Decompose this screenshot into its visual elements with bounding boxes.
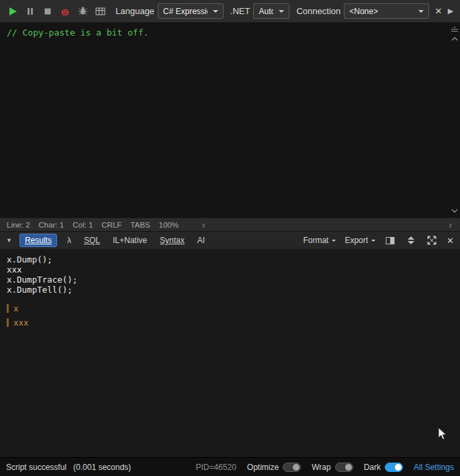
status-zoom-level[interactable]: 100% xyxy=(159,221,179,229)
code-editor-text-area[interactable]: // Copy-paste is a bit off. xyxy=(0,23,449,218)
dark-mode-toggle[interactable] xyxy=(385,463,403,472)
status-line-indicator: Line: 2 xyxy=(7,221,30,229)
code-comment-line: // Copy-paste is a bit off. xyxy=(7,28,443,38)
dotnet-value: Auto xyxy=(259,7,273,16)
stop-button[interactable] xyxy=(39,3,56,20)
chevron-down-icon xyxy=(279,10,284,13)
close-query-button[interactable]: ✕ xyxy=(432,4,445,19)
toolbar-overflow-button[interactable]: ▶ xyxy=(445,4,456,19)
play-icon xyxy=(8,7,17,16)
split-view-button[interactable] xyxy=(384,234,396,246)
optimize-label: Optimize xyxy=(247,463,279,472)
splitter-grip-icon[interactable] xyxy=(450,25,459,34)
format-dropdown[interactable]: Format xyxy=(303,236,336,245)
output-line: x.DumpTrace(); xyxy=(7,275,460,285)
dump-item: x xyxy=(7,303,460,314)
dump-bar xyxy=(7,304,9,313)
ladybug-icon xyxy=(60,6,71,17)
format-label: Format xyxy=(303,236,328,245)
dotnet-label: .NET xyxy=(230,6,250,16)
output-line: x.DumpTell(); xyxy=(7,285,460,295)
script-status-message: Script successful xyxy=(6,463,66,472)
script-duration: (0.001 seconds) xyxy=(73,463,131,472)
connection-label: Connection xyxy=(296,6,340,16)
status-char-indicator: Char: 1 xyxy=(39,221,64,229)
status-eol-mode[interactable]: CRLF xyxy=(101,221,122,229)
connection-dropdown[interactable]: <None> xyxy=(344,3,429,19)
pause-button[interactable] xyxy=(21,3,39,20)
dark-label: Dark xyxy=(364,463,381,472)
editor-vertical-scrollbar[interactable] xyxy=(449,23,460,218)
tab-lambda[interactable]: λ xyxy=(64,234,74,247)
expand-arrows-icon xyxy=(427,236,436,245)
code-editor: // Copy-paste is a bit off. xyxy=(0,23,460,218)
dump-item: xxx xyxy=(7,318,460,328)
dark-toggle-group: Dark xyxy=(364,463,403,472)
scroll-down-arrow-icon[interactable] xyxy=(450,206,459,216)
toggle-knob xyxy=(345,464,352,471)
grid-icon xyxy=(95,7,105,16)
dump-item-text: xxx xyxy=(13,318,29,328)
wrap-toggle-group: Wrap xyxy=(312,463,353,472)
bug-icon xyxy=(78,6,88,16)
dotnet-dropdown[interactable]: Auto xyxy=(253,3,289,19)
up-down-arrows-icon xyxy=(407,236,415,245)
tab-sql[interactable]: SQL xyxy=(81,234,103,247)
run-button[interactable] xyxy=(4,3,21,20)
dump-bar xyxy=(7,318,9,327)
wrap-label: Wrap xyxy=(312,463,330,472)
toolbar: Language C# Expression .NET Auto Connect… xyxy=(0,0,460,23)
export-label: Export xyxy=(344,236,368,245)
output-line: x.Dump(); xyxy=(7,254,460,265)
results-header-actions: Format Export ✕ xyxy=(303,234,454,246)
attach-debugger-button[interactable] xyxy=(74,3,91,20)
tab-ai[interactable]: AI xyxy=(195,234,208,247)
tab-syntax[interactable]: Syntax xyxy=(157,234,187,247)
editor-horizontal-scrollbar[interactable]: ‹ › xyxy=(201,220,453,230)
optimize-toggle-group: Optimize xyxy=(247,463,301,472)
toggle-knob xyxy=(395,464,402,471)
all-settings-link[interactable]: All Settings xyxy=(414,463,454,472)
scroll-right-arrow-icon[interactable]: › xyxy=(447,220,453,230)
connection-value: <None> xyxy=(349,7,413,16)
tab-il-native[interactable]: IL+Native xyxy=(110,234,150,247)
collapse-results-icon[interactable]: ▼ xyxy=(6,237,12,244)
float-results-button[interactable] xyxy=(426,234,438,246)
arrange-panel-button[interactable] xyxy=(405,234,417,246)
language-label: Language xyxy=(116,6,154,16)
results-output: x.Dump(); xxx x.DumpTrace(); x.DumpTell(… xyxy=(0,249,460,457)
chevron-down-icon xyxy=(371,240,375,242)
optimize-toggle[interactable] xyxy=(283,463,301,472)
status-col-indicator: Col: 1 xyxy=(73,221,93,229)
results-to-grids-button[interactable] xyxy=(91,3,109,20)
editor-status-bar: Line: 2 Char: 1 Col: 1 CRLF TABS 100% ‹ … xyxy=(0,218,460,231)
output-line: xxx xyxy=(7,265,460,275)
stop-icon xyxy=(44,7,52,15)
chevron-down-icon xyxy=(213,10,218,13)
close-results-button[interactable]: ✕ xyxy=(447,236,454,246)
split-view-icon xyxy=(385,236,395,245)
dump-output-group: x xxx xyxy=(7,303,460,328)
status-bar: Script successful (0.001 seconds) PID=46… xyxy=(0,457,460,476)
language-value: C# Expression xyxy=(163,7,208,16)
status-tabs-mode[interactable]: TABS xyxy=(130,221,150,229)
debug-button[interactable] xyxy=(56,3,74,20)
toggle-knob xyxy=(293,464,300,471)
dump-item-text: x xyxy=(13,303,19,314)
chevron-down-icon xyxy=(332,240,336,242)
export-dropdown[interactable]: Export xyxy=(344,236,375,245)
tab-results[interactable]: Results xyxy=(19,234,57,247)
language-dropdown[interactable]: C# Expression xyxy=(158,3,224,19)
results-panel-header: ▼ Results λ SQL IL+Native Syntax AI Form… xyxy=(0,231,460,249)
scroll-left-arrow-icon[interactable]: ‹ xyxy=(201,220,207,230)
process-id: PID=46520 xyxy=(195,463,236,472)
scroll-up-arrow-icon[interactable] xyxy=(450,34,459,44)
linqpad-window: Language C# Expression .NET Auto Connect… xyxy=(0,0,460,476)
wrap-toggle[interactable] xyxy=(335,463,353,472)
chevron-down-icon xyxy=(418,10,424,13)
pause-icon xyxy=(26,7,34,15)
